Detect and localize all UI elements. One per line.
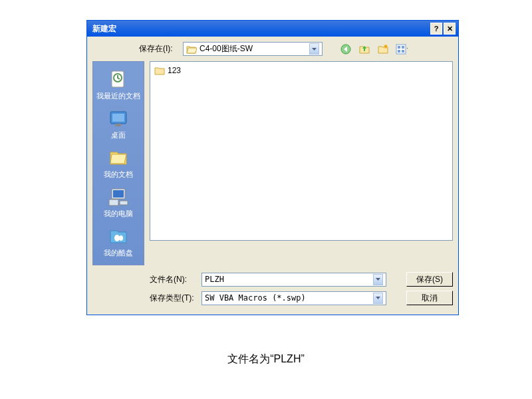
file-list[interactable]: 123 xyxy=(150,61,453,241)
svg-rect-15 xyxy=(120,201,128,205)
sidebar-item-documents[interactable]: 我的文档 xyxy=(102,146,134,181)
desktop-icon xyxy=(108,108,129,129)
sidebar-item-recent[interactable]: 我最近的文档 xyxy=(95,67,142,102)
svg-rect-14 xyxy=(109,200,118,205)
save-dialog: 新建宏 ? ✕ 保存在(I): C4-00图纸-SW xyxy=(86,20,459,315)
places-sidebar: 我最近的文档 桌面 我的文档 我的电脑 我的酷盘 xyxy=(92,61,144,265)
svg-point-16 xyxy=(114,235,120,241)
view-menu-icon[interactable] xyxy=(396,43,408,55)
location-combo[interactable]: C4-00图纸-SW xyxy=(183,42,323,56)
folder-open-icon xyxy=(186,45,197,54)
file-name: 123 xyxy=(168,66,181,75)
svg-rect-4 xyxy=(402,46,404,49)
back-icon[interactable] xyxy=(340,43,352,55)
filetype-label: 保存类型(T): xyxy=(150,293,196,304)
recent-docs-icon xyxy=(108,68,129,90)
svg-rect-11 xyxy=(116,124,121,126)
up-folder-icon[interactable] xyxy=(358,43,370,55)
location-text: C4-00图纸-SW xyxy=(200,43,253,55)
close-button[interactable]: ✕ xyxy=(444,23,456,35)
list-item[interactable]: 123 xyxy=(153,65,450,76)
chevron-down-icon[interactable] xyxy=(373,293,383,304)
filetype-value: SW VBA Macros (*.swp) xyxy=(205,293,373,303)
computer-icon xyxy=(108,186,129,207)
documents-icon xyxy=(108,147,129,168)
svg-rect-10 xyxy=(112,114,124,122)
cancel-button[interactable]: 取消 xyxy=(406,291,453,305)
folder-icon xyxy=(154,66,165,75)
svg-rect-13 xyxy=(113,190,124,198)
sidebar-item-desktop[interactable]: 桌面 xyxy=(106,106,130,142)
kupan-icon xyxy=(108,225,129,247)
svg-point-17 xyxy=(119,235,123,241)
filename-label: 文件名(N): xyxy=(150,274,196,285)
sidebar-item-kupan[interactable]: 我的酷盘 xyxy=(102,224,134,259)
svg-rect-6 xyxy=(402,50,404,53)
save-in-label: 保存在(I): xyxy=(139,43,179,55)
help-button[interactable]: ? xyxy=(430,23,442,35)
page-caption: 文件名为“PLZH” xyxy=(0,352,532,366)
filetype-combo[interactable]: SW VBA Macros (*.swp) xyxy=(201,291,386,305)
filename-combo[interactable] xyxy=(201,273,386,287)
filename-input[interactable] xyxy=(205,275,373,284)
dialog-title: 新建宏 xyxy=(92,23,430,35)
sidebar-item-computer[interactable]: 我的电脑 xyxy=(102,185,134,220)
svg-rect-3 xyxy=(398,46,400,49)
chevron-down-icon[interactable] xyxy=(309,43,319,55)
new-folder-icon[interactable] xyxy=(377,43,389,55)
titlebar: 新建宏 ? ✕ xyxy=(87,21,458,37)
svg-rect-5 xyxy=(398,50,400,53)
chevron-down-icon[interactable] xyxy=(373,274,383,285)
save-button[interactable]: 保存(S) xyxy=(406,272,453,287)
